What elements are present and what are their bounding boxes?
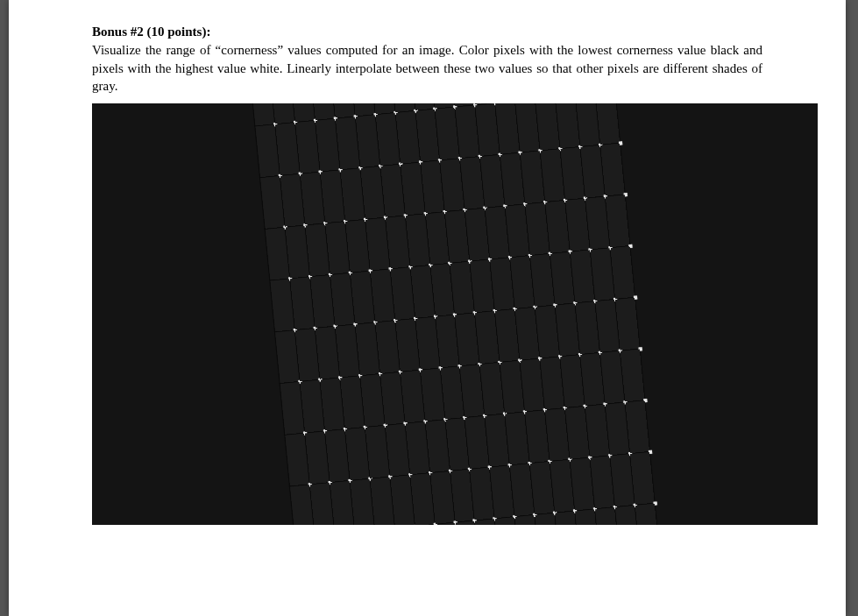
cornerness-visualization (92, 103, 818, 525)
grid-cell (595, 103, 620, 145)
grid-cell (250, 103, 274, 125)
cornerness-grid-rotated (245, 103, 665, 525)
bonus-description: Visualize the range of “cornerness” valu… (92, 41, 762, 95)
grid-cell (615, 297, 641, 350)
grid-cell (625, 400, 650, 453)
grid-cell (630, 451, 656, 505)
bonus-heading: Bonus #2 (10 points): (92, 23, 762, 40)
document-page: Bonus #2 (10 points): Visualize the rang… (9, 0, 846, 616)
grid-cell (620, 348, 645, 401)
grid-cell (605, 194, 630, 247)
grid-cell (600, 143, 626, 196)
viewer-background: Bonus #2 (10 points): Visualize the rang… (0, 0, 858, 616)
grid-cell (635, 503, 660, 525)
grid-cell (610, 245, 635, 299)
cornerness-grid (245, 103, 665, 525)
